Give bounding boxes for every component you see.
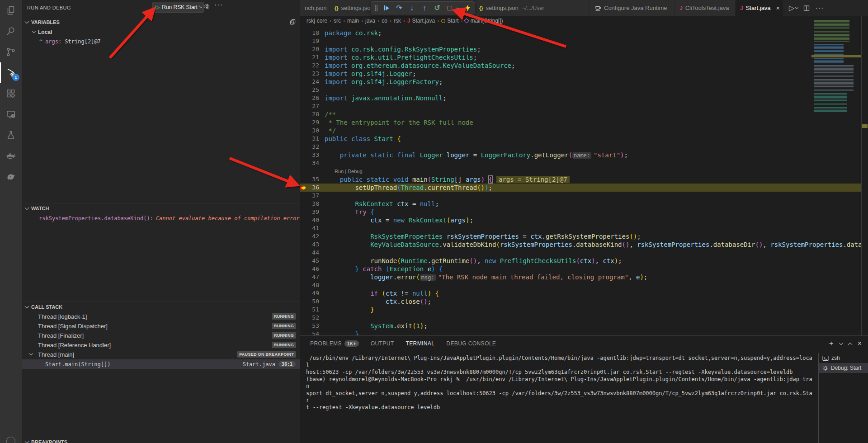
run-config-button[interactable]: ▷ Run RSK Start: [152, 2, 204, 13]
gutter[interactable]: 41: [300, 224, 320, 232]
call-stack-thread[interactable]: Thread [main]PAUSED ON BREAKPOINT: [22, 350, 300, 359]
breadcrumb-item-start[interactable]: Start: [441, 18, 458, 24]
gutter[interactable]: 35: [300, 175, 320, 184]
code-line[interactable]: 21import co.rsk.util.PreflightChecksUtil…: [300, 53, 861, 61]
breadcrumb-item-main[interactable]: main: [347, 18, 359, 24]
activity-bar-item-run-and-debug[interactable]: 1: [0, 62, 22, 83]
continue-button[interactable]: [382, 4, 391, 13]
code-line[interactable]: 53 System.exit(1);: [300, 322, 861, 330]
gutter[interactable]: 38: [300, 200, 320, 208]
gutter[interactable]: 49: [300, 289, 320, 297]
activity-bar-item-source-control[interactable]: [0, 42, 22, 62]
codelens-run-debug[interactable]: Run | Debug: [320, 167, 363, 175]
gutter[interactable]: 42: [300, 232, 320, 240]
code-line[interactable]: 32: [300, 143, 861, 151]
codelens-row[interactable]: Run | Debug: [300, 167, 861, 175]
gutter[interactable]: 46: [300, 265, 320, 273]
code-line[interactable]: 22import org.ethereum.datasource.KeyValu…: [300, 61, 861, 70]
panel-tab-terminal[interactable]: TERMINAL: [406, 336, 434, 351]
terminal-dropdown-chevron-icon[interactable]: [839, 341, 843, 345]
code-line[interactable]: 30 */: [300, 127, 861, 135]
close-icon[interactable]: ×: [776, 5, 780, 12]
call-stack-thread[interactable]: Thread [Signal Dispatcher]RUNNING: [22, 321, 300, 331]
split-editor-icon[interactable]: [803, 5, 810, 11]
toolbar-drag-grip[interactable]: [374, 5, 378, 11]
code-line[interactable]: 18package co.rsk;: [300, 29, 861, 37]
code-line[interactable]: 44: [300, 249, 861, 257]
panel-tab-output[interactable]: OUTPUT: [371, 336, 394, 351]
code-line[interactable]: 27: [300, 102, 861, 110]
gutter[interactable]: 50: [300, 297, 320, 306]
activity-bar-item-explorer[interactable]: [0, 0, 22, 21]
gutter[interactable]: 51: [300, 306, 320, 314]
breadcrumb-item-rsk[interactable]: rsk: [394, 18, 401, 24]
gutter[interactable]: 37: [300, 192, 320, 200]
activity-bar-item-search[interactable]: [0, 21, 22, 42]
gutter[interactable]: 28: [300, 110, 320, 118]
tab-nch-json[interactable]: nch.json: [300, 0, 330, 16]
code-line[interactable]: 29 * The entrypoint for the RSK full nod…: [300, 118, 861, 127]
code-line[interactable]: 19: [300, 37, 861, 45]
call-stack-thread[interactable]: Thread [Reference Handler]RUNNING: [22, 340, 300, 350]
breadcrumb-item-main-string-[interactable]: main(String[]): [465, 18, 503, 24]
call-stack-thread[interactable]: Thread [Finalizer]RUNNING: [22, 331, 300, 340]
code-line[interactable]: 35 public static void main(String[] args…: [300, 175, 861, 184]
stop-menu-chevron-icon[interactable]: [456, 6, 459, 9]
terminal-list-item-zsh[interactable]: zsh: [819, 353, 868, 363]
gutter[interactable]: 43: [300, 240, 320, 249]
more-actions-icon[interactable]: ···: [815, 4, 824, 12]
gutter[interactable]: 25: [300, 86, 320, 94]
call-stack-thread[interactable]: Thread [logback-1]RUNNING: [22, 312, 300, 321]
code-line[interactable]: 31public class Start {: [300, 135, 861, 143]
views-more-actions-icon[interactable]: ···: [214, 1, 223, 9]
close-panel-icon[interactable]: ×: [858, 339, 862, 348]
code-line[interactable]: 39 try {: [300, 208, 861, 216]
code-line[interactable]: 37: [300, 192, 861, 200]
activity-bar-item-gradle[interactable]: [0, 166, 22, 187]
gutter[interactable]: 29: [300, 118, 320, 127]
gutter[interactable]: [300, 167, 320, 175]
gutter[interactable]: 26: [300, 94, 320, 102]
variables-header[interactable]: VARIABLES: [22, 17, 300, 27]
gutter[interactable]: 48: [300, 281, 320, 289]
code-line[interactable]: 24import org.slf4j.LoggerFactory;: [300, 78, 861, 86]
gutter[interactable]: 40: [300, 216, 320, 224]
code-line[interactable]: 25: [300, 86, 861, 94]
overview-ruler[interactable]: [861, 16, 868, 335]
code-line[interactable]: 28/**: [300, 110, 861, 118]
copy-icon[interactable]: [290, 19, 296, 25]
gutter[interactable]: 19: [300, 37, 320, 45]
variables-scope-local[interactable]: Local: [22, 27, 300, 37]
gutter[interactable]: 30: [300, 127, 320, 135]
code-editor[interactable]: 18package co.rsk;1920import co.rsk.confi…: [300, 26, 861, 336]
code-line[interactable]: 51 }: [300, 306, 861, 314]
gutter[interactable]: 22: [300, 61, 320, 70]
code-line[interactable]: 52: [300, 314, 861, 322]
activity-bar-item-docker[interactable]: [0, 146, 22, 166]
gutter[interactable]: 34: [300, 159, 320, 167]
gutter[interactable]: 18: [300, 29, 320, 37]
gutter[interactable]: 36: [300, 184, 320, 192]
code-line[interactable]: 40 ctx = new RskContext(args);: [300, 216, 861, 224]
panel-tab-debug-console[interactable]: DEBUG CONSOLE: [446, 336, 496, 351]
run-file-button[interactable]: ▷: [789, 4, 798, 12]
breadcrumb-item-rskj-core[interactable]: rskj-core: [307, 18, 327, 24]
hot-code-replace-icon[interactable]: [463, 4, 472, 13]
code-line[interactable]: 38 RskContext ctx = null;: [300, 200, 861, 208]
breadcrumb-item-java[interactable]: java: [365, 18, 375, 24]
terminal-output[interactable]: /usr/bin/env /Library/Internet\ Plug-Ins…: [306, 355, 816, 411]
stop-button[interactable]: [446, 4, 454, 13]
gutter[interactable]: 44: [300, 249, 320, 257]
watch-header[interactable]: WATCH: [22, 203, 300, 213]
code-line[interactable]: 43 KeyValueDataSource.validateDbKind(rsk…: [300, 240, 861, 249]
step-over-button[interactable]: ↷: [395, 4, 403, 13]
gutter[interactable]: 52: [300, 314, 320, 322]
maximize-panel-icon[interactable]: [848, 342, 852, 347]
panel-tab-problems[interactable]: PROBLEMS1K+: [310, 336, 359, 351]
gutter[interactable]: 24: [300, 78, 320, 86]
new-terminal-icon[interactable]: +: [829, 339, 834, 348]
gutter[interactable]: 20: [300, 45, 320, 53]
watch-expression[interactable]: rskSystemProperties.databaseKind(): Cann…: [22, 213, 300, 223]
code-line[interactable]: 50 ctx.close();: [300, 297, 861, 306]
gutter[interactable]: 27: [300, 102, 320, 110]
